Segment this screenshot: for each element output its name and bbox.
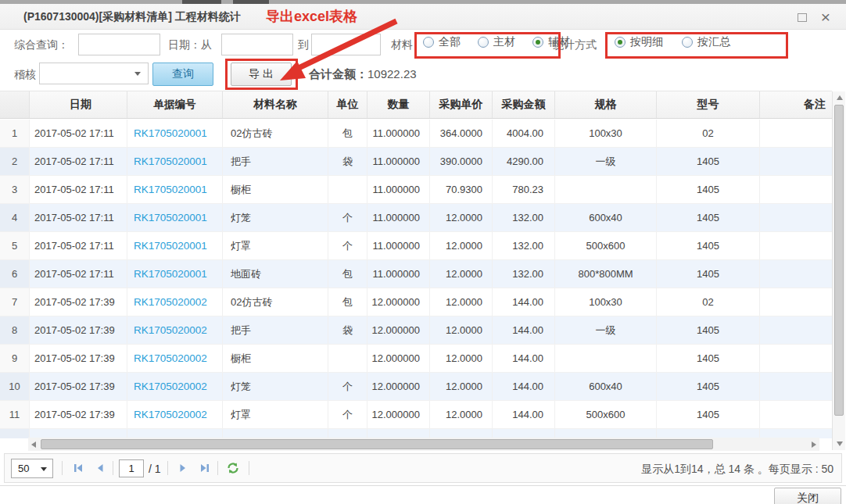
radio-material-all[interactable]: 全部 (423, 35, 461, 49)
doc-no-link[interactable]: RK1705020002 (134, 381, 207, 392)
doc-no-link[interactable]: RK1705020001 (134, 127, 207, 139)
doc-no-link[interactable]: RK1705020001 (134, 268, 207, 280)
date-from-input[interactable] (221, 34, 293, 55)
table-row[interactable]: 5 2017-05-02 17:11 RK1705020001 灯罩 个 11.… (0, 232, 832, 260)
cell-spec: 一级 (555, 316, 657, 344)
cell-material-name: 灯笼 (223, 373, 328, 400)
table-row[interactable]: 3 2017-05-02 17:11 RK1705020001 橱柜 11.00… (0, 176, 832, 204)
cell-date: 2017-05-02 17:11 (30, 232, 127, 259)
cell-amount: 144.00 (493, 288, 555, 316)
header-unit-price[interactable]: 采购单价 (430, 91, 493, 118)
pager-divider (249, 461, 249, 475)
prev-page-button[interactable] (91, 459, 109, 477)
radio-label: 主材 (493, 35, 515, 49)
dialog-title: (P1607130004)[采购材料清单] 工程材料统计 (23, 10, 241, 24)
cell-index: 5 (0, 232, 30, 259)
cell-amount: 144.00 (493, 401, 555, 428)
table-row[interactable]: 10 2017-05-02 17:39 RK1705020002 灯笼 个 12… (0, 373, 832, 401)
doc-no-link[interactable]: RK1705020002 (134, 324, 207, 336)
doc-no-link[interactable]: RK1705020002 (134, 296, 207, 308)
cell-date: 2017-05-02 17:39 (30, 401, 127, 428)
horizontal-scrollbar-thumb[interactable] (41, 439, 713, 449)
cell-remark (760, 120, 832, 147)
table-row[interactable]: 1 2017-05-02 17:11 RK1705020001 02仿古砖 包 … (0, 120, 832, 148)
next-page-icon (177, 463, 188, 474)
search-button[interactable]: 查询 (152, 63, 213, 86)
cell-model: 02 (657, 120, 760, 147)
doc-no-link[interactable]: RK1705020001 (134, 184, 207, 195)
stat-mode-radio-group: 按明细 按汇总 (615, 35, 730, 49)
cell-model: 1405 (657, 401, 760, 428)
cell-unit-price: 12.0000 (430, 288, 493, 316)
doc-no-link[interactable]: RK1705020002 (134, 352, 207, 364)
header-model[interactable]: 型号 (657, 91, 760, 118)
header-material-name[interactable]: 材料名称 (223, 91, 328, 118)
scroll-down-icon[interactable] (837, 441, 843, 446)
cell-unit-price: 390.0000 (430, 148, 493, 175)
first-page-button[interactable] (69, 459, 88, 477)
cell-remark (760, 148, 832, 175)
cell-quantity: 12.000000 (367, 401, 430, 428)
cell-model: 1405 (657, 316, 760, 344)
date-to-input[interactable] (311, 34, 381, 55)
cell-unit: 袋 (328, 316, 367, 344)
header-doc-no[interactable]: 单据编号 (127, 91, 223, 118)
table-row[interactable]: 9 2017-05-02 17:39 RK1705020002 橱柜 12.00… (0, 345, 832, 373)
vertical-scrollbar-thumb[interactable] (834, 105, 844, 416)
maximize-button[interactable] (794, 9, 810, 25)
vertical-scrollbar[interactable] (832, 91, 845, 450)
stat-mode-label: 统计方式 (553, 38, 597, 52)
export-button[interactable]: 导 出 (231, 63, 292, 86)
cell-doc-no: RK1705020002 (127, 345, 223, 372)
cell-date: 2017-05-02 17:39 (30, 345, 127, 372)
table-row[interactable]: 6 2017-05-02 17:11 RK1705020001 地面砖 包 11… (0, 260, 832, 288)
table-row[interactable]: 4 2017-05-02 17:11 RK1705020001 灯笼 个 11.… (0, 204, 832, 232)
last-page-button[interactable] (195, 459, 214, 477)
scroll-up-icon[interactable] (837, 95, 843, 100)
table-row[interactable]: 11 2017-05-02 17:39 RK1705020002 灯罩 个 12… (0, 401, 832, 429)
cell-spec: 500x600 (555, 401, 657, 428)
page-number-input[interactable] (119, 459, 144, 477)
table-row[interactable]: 2 2017-05-02 17:11 RK1705020001 把手 袋 11.… (0, 148, 832, 176)
radio-stat-summary[interactable]: 按汇总 (682, 35, 730, 49)
total-amount-label: 合计金额： (309, 67, 367, 80)
radio-material-main[interactable]: 主材 (478, 35, 515, 49)
header-remark[interactable]: 备注 (760, 91, 832, 118)
header-date[interactable]: 日期 (30, 91, 127, 118)
cell-material-name: 把手 (223, 316, 328, 344)
radio-stat-detail[interactable]: 按明细 (615, 35, 663, 49)
page-size-select[interactable]: 50 (11, 459, 53, 478)
table-row[interactable]: 7 2017-05-02 17:39 RK1705020002 02仿古砖 包 … (0, 288, 832, 316)
cell-doc-no: RK1705020002 (127, 401, 223, 428)
close-button[interactable]: × (818, 9, 833, 25)
query-input[interactable] (78, 34, 160, 55)
doc-no-link[interactable]: RK1705020002 (134, 409, 207, 420)
doc-no-link[interactable]: RK1705020001 (134, 212, 207, 223)
cell-material-name: 橱柜 (223, 345, 328, 372)
dialog-close-button[interactable]: 关闭 (774, 488, 841, 504)
header-quantity[interactable]: 数量 (367, 91, 430, 118)
scroll-left-icon[interactable] (31, 441, 36, 448)
radio-icon (682, 37, 693, 48)
doc-no-link[interactable]: RK1705020001 (134, 240, 207, 252)
cell-amount: 132.00 (493, 232, 555, 259)
horizontal-scrollbar[interactable] (28, 438, 819, 451)
pagination-bar: 50 / 1 显示从1到14，总 14 条 。每页显示 : 50 (4, 453, 842, 483)
cell-doc-no: RK1705020002 (127, 373, 223, 400)
next-page-button[interactable] (174, 459, 192, 477)
table-row[interactable]: 8 2017-05-02 17:39 RK1705020002 把手 袋 12.… (0, 316, 832, 345)
cell-remark (760, 232, 832, 259)
radio-icon (532, 37, 543, 48)
doc-no-link[interactable]: RK1705020001 (134, 155, 207, 167)
audit-dropdown[interactable] (39, 63, 149, 84)
header-amount[interactable]: 采购金额 (493, 91, 555, 118)
cell-remark (760, 373, 832, 400)
refresh-button[interactable] (224, 459, 242, 477)
cell-model: 1405 (657, 232, 760, 259)
cell-date: 2017-05-02 17:39 (30, 373, 127, 400)
last-page-icon (199, 463, 210, 474)
header-unit[interactable]: 单位 (328, 91, 367, 118)
header-spec[interactable]: 规格 (555, 91, 657, 118)
audit-label: 稽核 (14, 68, 36, 82)
scroll-right-icon[interactable] (812, 441, 816, 448)
